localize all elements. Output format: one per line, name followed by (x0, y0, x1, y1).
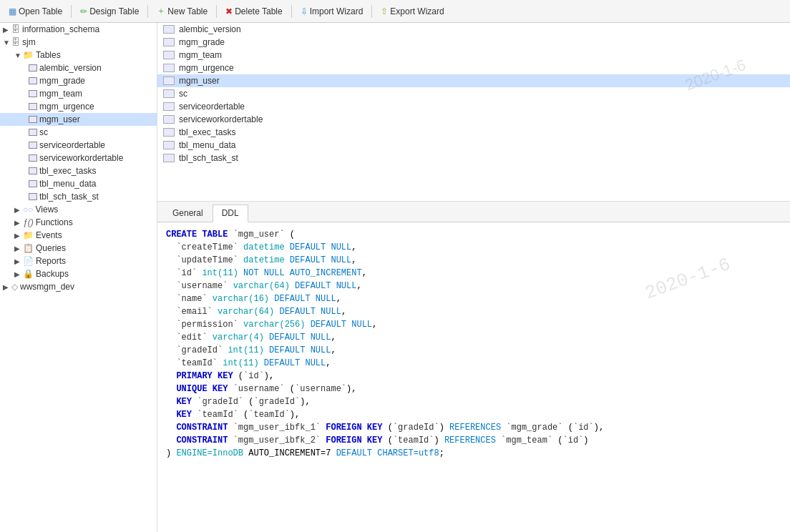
expand-icon: ▶ (3, 26, 11, 34)
sidebar-item-tables[interactable]: ▼ 📁 Tables (0, 49, 157, 61)
table-icon (29, 64, 37, 72)
table-icon (29, 103, 37, 110)
expand-wwsmgm-icon: ▶ (3, 283, 11, 291)
delete-table-button[interactable]: ✖ Delete Table (223, 5, 286, 18)
expand-icon-sjm: ▼ (3, 39, 11, 46)
table-list-item-tbl-menu-data[interactable]: tbl_menu_data (157, 139, 790, 152)
sidebar-item-functions[interactable]: ▶ ƒ() Functions (0, 216, 157, 229)
table-name-label: alembic_version (39, 63, 102, 73)
expand-tables-icon: ▼ (14, 51, 23, 59)
table-list-name: tbl_sch_task_st (179, 153, 238, 163)
table-name-label: mgm_user (39, 114, 80, 124)
sep3 (216, 5, 217, 18)
table-icon (29, 77, 37, 84)
open-table-icon: ▦ (9, 6, 16, 16)
open-table-button[interactable]: ▦ Open Table (6, 5, 65, 18)
functions-icon: ƒ() (23, 217, 34, 227)
tab-ddl[interactable]: DDL (213, 205, 248, 222)
expand-backups-icon: ▶ (14, 270, 23, 278)
table-list: alembic_version mgm_grade mgm_team mgm_u… (157, 23, 790, 202)
new-table-icon: ＋ (157, 5, 165, 17)
open-table-label: Open Table (19, 6, 62, 16)
queries-icon: 📋 (23, 243, 34, 253)
watermark-ddl: 2020-1-6 (641, 251, 735, 307)
table-icon (29, 154, 37, 162)
table-list-name: tbl_exec_tasks (179, 127, 235, 137)
table-list-item-mgm-grade[interactable]: mgm_grade (157, 36, 790, 49)
export-wizard-button[interactable]: ⇧ Export Wizard (378, 5, 447, 18)
table-list-icon (163, 141, 175, 149)
content-panel: alembic_version mgm_grade mgm_team mgm_u… (157, 23, 790, 532)
sidebar-item-serviceworkordertable[interactable]: serviceworkordertable (0, 152, 157, 164)
wwsmgm-label: wwsmgm_dev (20, 282, 74, 292)
export-wizard-icon: ⇧ (381, 6, 388, 16)
table-list-name: serviceordertable (179, 102, 245, 112)
table-list-item-tbl-exec-tasks[interactable]: tbl_exec_tasks (157, 126, 790, 139)
sidebar-item-events[interactable]: ▶ 📁 Events (0, 229, 157, 242)
sidebar-item-tbl-menu-data[interactable]: tbl_menu_data (0, 177, 157, 190)
sidebar-item-mgm-team[interactable]: mgm_team (0, 87, 157, 100)
sidebar-item-information-schema[interactable]: ▶ 🗄 information_schema (0, 23, 157, 36)
tables-folder-icon: 📁 (23, 50, 34, 60)
sidebar-item-mgm-user[interactable]: mgm_user (0, 113, 157, 126)
design-table-button[interactable]: ✏ Design Table (77, 5, 142, 18)
sidebar-item-mgm-grade[interactable]: mgm_grade (0, 74, 157, 87)
table-list-item-mgm-urgence[interactable]: mgm_urgence (157, 61, 790, 74)
import-wizard-button[interactable]: ⇩ Import Wizard (298, 5, 366, 18)
table-list-icon (163, 38, 175, 46)
table-name-label: tbl_sch_task_st (39, 192, 99, 202)
reports-icon: 📄 (23, 256, 34, 266)
table-name-label: mgm_urgence (39, 102, 94, 112)
table-icon (29, 90, 37, 97)
table-list-item-alembic[interactable]: alembic_version (157, 23, 790, 36)
table-list-icon (163, 128, 175, 137)
new-table-button[interactable]: ＋ New Table (154, 4, 210, 19)
table-icon (29, 193, 37, 200)
sidebar-item-wwsmgm-dev[interactable]: ▶ ◇ wwsmgm_dev (0, 280, 157, 293)
table-list-icon (163, 25, 175, 34)
table-list-name: mgm_urgence (179, 63, 234, 73)
sidebar-item-mgm-urgence[interactable]: mgm_urgence (0, 100, 157, 113)
table-list-item-serviceworkordertable[interactable]: serviceworkordertable (157, 113, 790, 126)
views-icon: ○○ (23, 205, 34, 215)
database-icon: 🗄 (11, 24, 20, 34)
sidebar-item-sjm[interactable]: ▼ 🗄 sjm (0, 36, 157, 49)
backups-icon: 🔒 (23, 269, 34, 279)
table-icon (29, 167, 37, 174)
table-list-name: sc (179, 89, 187, 99)
sidebar-item-tbl-exec-tasks[interactable]: tbl_exec_tasks (0, 164, 157, 177)
sidebar-item-tbl-sch-task-st[interactable]: tbl_sch_task_st (0, 190, 157, 203)
expand-events-icon: ▶ (14, 232, 23, 240)
table-icon (29, 116, 37, 123)
tabs-area: General DDL 2020-1-6 CREATE TABLE `mgm_u… (157, 202, 790, 532)
tab-general[interactable]: General (163, 205, 213, 222)
table-name-label: serviceworkordertable (39, 153, 123, 163)
functions-label: Functions (36, 217, 73, 227)
table-list-icon (163, 89, 175, 98)
events-label: Events (36, 230, 62, 240)
backups-label: Backups (36, 269, 69, 279)
reports-label: Reports (36, 256, 66, 266)
sidebar-item-alembic-version[interactable]: alembic_version (0, 61, 157, 74)
sidebar-item-serviceordertable[interactable]: serviceordertable (0, 139, 157, 152)
table-list-item-sc[interactable]: sc (157, 87, 790, 100)
sidebar-item-queries[interactable]: ▶ 📋 Queries (0, 242, 157, 255)
table-name-label: serviceordertable (39, 140, 105, 150)
table-list-item-mgm-team[interactable]: mgm_team (157, 49, 790, 61)
table-list-item-tbl-sch-task-st[interactable]: tbl_sch_task_st (157, 152, 790, 164)
sidebar-item-views[interactable]: ▶ ○○ Views (0, 203, 157, 216)
sidebar-item-reports[interactable]: ▶ 📄 Reports (0, 255, 157, 267)
main-toolbar: ▦ Open Table ✏ Design Table ＋ New Table … (0, 0, 790, 23)
sidebar-item-backups[interactable]: ▶ 🔒 Backups (0, 267, 157, 280)
queries-label: Queries (36, 243, 66, 253)
table-list-name: alembic_version (179, 24, 241, 34)
sidebar: ▶ 🗄 information_schema ▼ 🗄 sjm ▼ 📁 Table… (0, 23, 157, 532)
views-label: Views (36, 205, 59, 215)
table-list-icon (163, 154, 175, 162)
main-area: ▶ 🗄 information_schema ▼ 🗄 sjm ▼ 📁 Table… (0, 23, 790, 532)
sidebar-item-sc[interactable]: sc (0, 126, 157, 139)
table-list-item-mgm-user[interactable]: mgm_user (157, 74, 790, 87)
table-name-label: mgm_team (39, 89, 82, 99)
table-list-item-serviceordertable[interactable]: serviceordertable (157, 100, 790, 113)
table-icon (29, 142, 37, 149)
